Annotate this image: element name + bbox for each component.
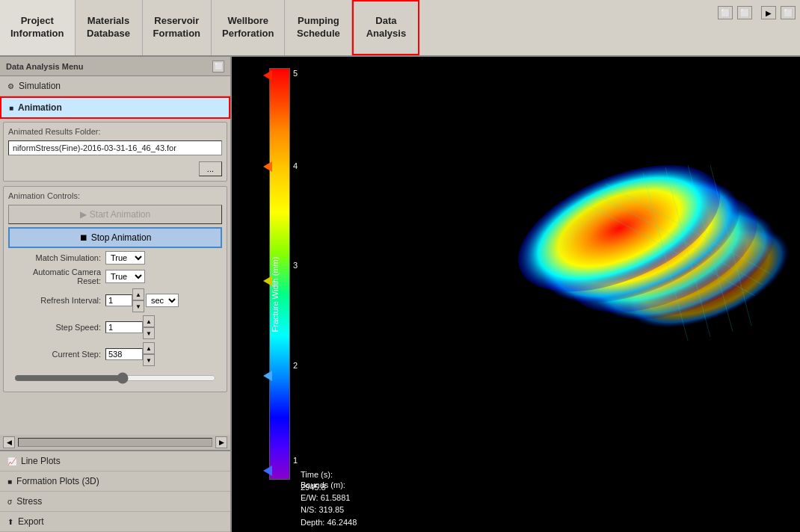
- simulation-icon: ⚙: [7, 82, 14, 90]
- step-speed-up[interactable]: ▲: [143, 315, 155, 327]
- tab-data-analysis[interactable]: DataAnalysis: [352, 0, 419, 55]
- right-panel: Fracture Width (mm) 5 4 3 2 1: [232, 57, 800, 532]
- ew-info: E/W: 61.5881: [301, 492, 357, 504]
- depth-info: Depth: 46.2448: [301, 516, 357, 529]
- stress-label: Stress: [16, 496, 42, 507]
- animation-label: Animation: [18, 102, 62, 113]
- bottom-menu: 📈 Line Plots ■ Formation Plots (3D) σ St…: [0, 451, 230, 532]
- ns-value: 319.85: [319, 505, 344, 514]
- top-nav: ProjectInformation MaterialsDatabase Res…: [0, 0, 800, 57]
- stress-icon: σ: [7, 498, 12, 506]
- start-animation-label: Start Animation: [90, 209, 150, 220]
- panel-content: Animated Results Folder: ... Animation C…: [0, 119, 230, 435]
- bottom-nav-arrows: ◀ ▶: [0, 435, 230, 451]
- left-panel: Data Analysis Menu ⬜ ⚙ Simulation ■ Anim…: [0, 57, 232, 532]
- refresh-interval-up[interactable]: ▲: [132, 288, 144, 300]
- current-step-input[interactable]: [105, 348, 143, 360]
- animation-controls-section: Animation Controls: ▶ Start Animation ⏹ …: [3, 186, 227, 392]
- nav-scroll-track: [18, 438, 212, 447]
- refresh-unit-select[interactable]: sec min: [146, 294, 179, 307]
- line-plots-icon: 📈: [7, 457, 16, 466]
- menu-item-formation-plots[interactable]: ■ Formation Plots (3D): [0, 471, 230, 492]
- nav-icon-3[interactable]: ▶: [761, 6, 776, 19]
- export-icon: ⬆: [7, 518, 13, 526]
- nav-icon-1[interactable]: ⬜: [718, 6, 733, 19]
- stop-animation-icon: ⏹: [79, 232, 88, 243]
- main-layout: Data Analysis Menu ⬜ ⚙ Simulation ■ Anim…: [0, 57, 800, 532]
- current-step-row: Current Step: ▲ ▼: [8, 342, 222, 366]
- auto-camera-label: Automatic Camera Reset:: [8, 267, 105, 285]
- animation-controls-title: Animation Controls:: [8, 191, 222, 200]
- bounds-info: Bounds (m): E/W: 61.5881 N/S: 319.85 Dep…: [301, 479, 357, 528]
- tab-reservoir-formation[interactable]: ReservoirFormation: [143, 0, 212, 55]
- refresh-interval-input[interactable]: [105, 294, 132, 306]
- menu-item-animation[interactable]: ■ Animation: [0, 96, 230, 119]
- step-slider-container: [8, 369, 222, 387]
- nav-icons: ⬜ ⬜ ▶ ⬜: [713, 0, 800, 55]
- ns-info: N/S: 319.85: [301, 504, 357, 516]
- step-speed-spinner: ▲ ▼: [143, 315, 155, 339]
- current-step-down[interactable]: ▼: [143, 354, 155, 366]
- animated-results-section: Animated Results Folder: ...: [3, 122, 227, 182]
- current-step-spinner: ▲ ▼: [143, 342, 155, 366]
- tab-pumping-schedule[interactable]: PumpingSchedule: [285, 0, 352, 55]
- match-simulation-row: Match Simulation: True False: [8, 251, 222, 265]
- formation-plots-label: Formation Plots (3D): [16, 476, 99, 486]
- ns-label: N/S:: [301, 505, 316, 514]
- menu-item-stress[interactable]: σ Stress: [0, 492, 230, 512]
- refresh-interval-spinner: ▲ ▼: [132, 288, 144, 312]
- formation-plots-icon: ■: [7, 477, 12, 486]
- current-step-up[interactable]: ▲: [143, 342, 155, 354]
- scroll-right-btn[interactable]: ▶: [215, 436, 227, 448]
- auto-camera-select[interactable]: True False: [105, 270, 145, 283]
- tab-materials-db[interactable]: MaterialsDatabase: [76, 0, 143, 55]
- animated-results-title: Animated Results Folder:: [8, 127, 222, 136]
- line-plots-label: Line Plots: [21, 456, 61, 466]
- step-speed-row: Step Speed: ▲ ▼: [8, 315, 222, 339]
- current-step-label: Current Step:: [8, 350, 105, 359]
- depth-label: Depth:: [301, 518, 324, 527]
- nav-spacer: [419, 0, 713, 55]
- panel-header: Data Analysis Menu ⬜: [0, 57, 230, 76]
- scroll-left-btn[interactable]: ◀: [3, 436, 15, 448]
- menu-item-export[interactable]: ⬆ Export: [0, 512, 230, 532]
- ew-label: E/W:: [301, 493, 319, 502]
- start-animation-icon: ▶: [80, 209, 87, 220]
- step-speed-down[interactable]: ▼: [143, 327, 155, 339]
- refresh-interval-down[interactable]: ▼: [132, 300, 144, 312]
- step-speed-label: Step Speed:: [8, 323, 105, 332]
- step-speed-input[interactable]: [105, 321, 143, 333]
- panel-header-title: Data Analysis Menu: [6, 62, 84, 71]
- browse-button[interactable]: ...: [199, 161, 222, 176]
- menu-item-simulation[interactable]: ⚙ Simulation: [0, 76, 230, 96]
- match-simulation-select[interactable]: True False: [105, 251, 145, 265]
- folder-path-input[interactable]: [8, 140, 222, 155]
- nav-icon-2[interactable]: ⬜: [737, 6, 752, 19]
- depth-value: 46.2448: [327, 518, 357, 527]
- export-label: Export: [18, 516, 44, 527]
- bounds-label: Bounds (m):: [301, 479, 357, 492]
- refresh-interval-label: Refresh Interval:: [8, 296, 105, 305]
- step-slider[interactable]: [14, 372, 216, 384]
- menu-item-line-plots[interactable]: 📈 Line Plots: [0, 451, 230, 471]
- stop-animation-label: Stop Animation: [91, 232, 152, 243]
- stop-animation-button[interactable]: ⏹ Stop Animation: [8, 227, 222, 248]
- animation-icon: ■: [9, 104, 13, 112]
- auto-camera-row: Automatic Camera Reset: True False: [8, 267, 222, 285]
- nav-icon-4[interactable]: ⬜: [781, 6, 796, 19]
- panel-collapse-btn[interactable]: ⬜: [212, 61, 224, 72]
- refresh-interval-row: Refresh Interval: ▲ ▼ sec min: [8, 288, 222, 312]
- tab-project-info[interactable]: ProjectInformation: [0, 0, 76, 55]
- start-animation-button[interactable]: ▶ Start Animation: [8, 205, 222, 224]
- tab-wellbore-perforation[interactable]: WellborePerforation: [212, 0, 285, 55]
- ew-value: 61.5881: [321, 493, 351, 502]
- fracture-visualization: [232, 57, 800, 532]
- simulation-label: Simulation: [19, 81, 61, 91]
- match-simulation-label: Match Simulation:: [8, 253, 105, 262]
